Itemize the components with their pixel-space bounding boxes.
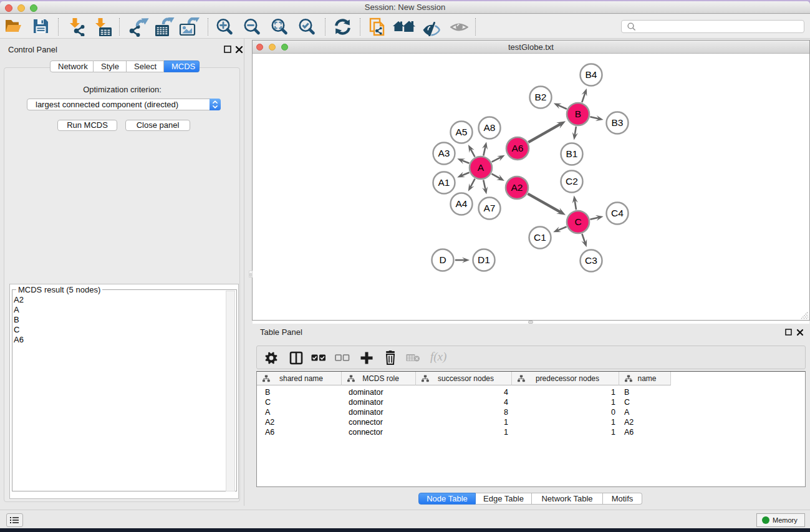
svg-text:C2: C2 xyxy=(566,176,578,186)
svg-text:A6: A6 xyxy=(512,143,524,153)
svg-text:C3: C3 xyxy=(585,255,597,266)
svg-text:D: D xyxy=(439,254,446,265)
svg-text:B2: B2 xyxy=(535,92,547,102)
svg-text:C: C xyxy=(574,216,581,227)
svg-text:B: B xyxy=(575,109,581,119)
svg-text:B4: B4 xyxy=(586,69,597,80)
svg-text:C1: C1 xyxy=(534,232,546,243)
svg-text:A5: A5 xyxy=(456,127,468,137)
svg-text:A4: A4 xyxy=(456,198,468,209)
svg-text:A2: A2 xyxy=(511,182,523,193)
svg-text:A8: A8 xyxy=(484,122,496,133)
svg-text:C4: C4 xyxy=(611,208,624,218)
svg-text:D1: D1 xyxy=(478,254,490,265)
svg-text:A7: A7 xyxy=(484,203,496,213)
svg-text:A: A xyxy=(478,162,485,173)
svg-text:A3: A3 xyxy=(438,148,450,158)
svg-text:B3: B3 xyxy=(612,117,624,128)
svg-text:B1: B1 xyxy=(566,148,578,159)
svg-text:A1: A1 xyxy=(438,177,450,188)
